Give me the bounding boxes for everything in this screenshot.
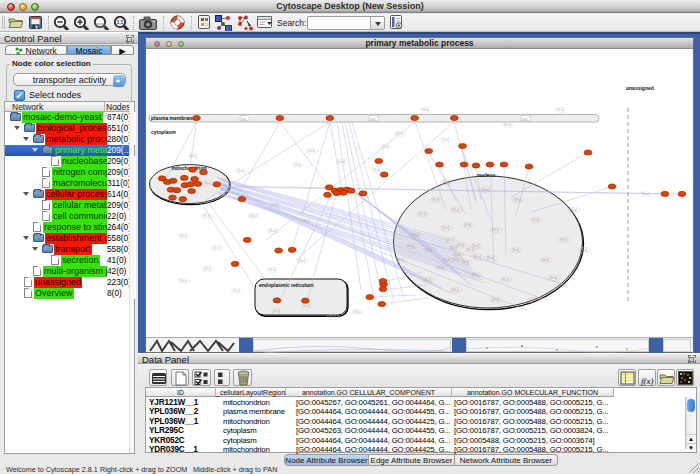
svg-text:[G-x]: [G-x] (542, 258, 549, 262)
svg-text:[G-x]: [G-x] (462, 260, 469, 264)
svg-text:[G-x]: [G-x] (203, 214, 210, 218)
svg-text:[G-x]: [G-x] (550, 276, 557, 280)
svg-text:[G-x]: [G-x] (250, 214, 257, 218)
svg-text:[G-x]: [G-x] (442, 226, 449, 230)
svg-text:[G-x]: [G-x] (504, 123, 511, 127)
svg-text:[G-x]: [G-x] (204, 267, 211, 271)
svg-text:[G-x]: [G-x] (303, 304, 310, 308)
svg-text:[G-x]: [G-x] (407, 244, 414, 248)
svg-text:[G-x]: [G-x] (482, 188, 489, 192)
svg-text:[G-x]: [G-x] (512, 248, 519, 252)
svg-text:[G-x]: [G-x] (457, 243, 464, 247)
svg-text:1:1: 1:1 (117, 20, 124, 25)
svg-text:[G-x]: [G-x] (397, 258, 404, 262)
svg-text:[G-x]: [G-x] (329, 315, 336, 319)
svg-text:[G-x]: [G-x] (580, 248, 587, 252)
svg-text:[G-x]: [G-x] (213, 246, 220, 250)
svg-text:[G-x]: [G-x] (570, 208, 577, 212)
svg-text:[G-x]: [G-x] (424, 278, 431, 282)
svg-text:cytoplasm: cytoplasm (151, 129, 176, 135)
svg-text:[G-x]: [G-x] (530, 298, 537, 302)
svg-text:[G-x]: [G-x] (452, 288, 459, 292)
svg-text:[G-x]: [G-x] (502, 278, 509, 282)
svg-text:[G-x]: [G-x] (190, 154, 197, 158)
svg-text:[G-x]: [G-x] (474, 255, 481, 259)
svg-text:[G-x]: [G-x] (492, 298, 499, 302)
svg-text:[G-x]: [G-x] (204, 181, 211, 185)
svg-text:[G-x]: [G-x] (180, 279, 187, 283)
svg-text:[G-x]: [G-x] (442, 180, 449, 184)
svg-text:[G-x]: [G-x] (396, 132, 403, 136)
svg-text:[G-x]: [G-x] (454, 253, 461, 257)
svg-text:[G-x]: [G-x] (237, 169, 244, 173)
svg-text:[G-x]: [G-x] (450, 246, 457, 250)
svg-text:plasma membrane: plasma membrane (151, 115, 195, 121)
svg-text:[G-x]: [G-x] (425, 248, 432, 252)
svg-text:[G-x]: [G-x] (442, 138, 449, 142)
svg-text:[G-x]: [G-x] (298, 259, 305, 263)
svg-text:[G-x]: [G-x] (437, 266, 444, 270)
svg-text:[G-x]: [G-x] (464, 223, 471, 227)
svg-text:[G-x]: [G-x] (273, 309, 280, 313)
svg-text:[G-x]: [G-x] (452, 208, 459, 212)
svg-text:[G-x]: [G-x] (180, 234, 187, 238)
svg-text:[G-x]: [G-x] (492, 228, 499, 232)
svg-text:[G-x]: [G-x] (269, 229, 276, 233)
svg-text:[G-x]: [G-x] (412, 233, 419, 237)
svg-text:[G-x]: [G-x] (382, 145, 389, 149)
svg-text:[G-x]: [G-x] (294, 163, 301, 167)
svg-text:[G-x]: [G-x] (422, 108, 429, 112)
svg-text:[G-x]: [G-x] (447, 238, 454, 242)
svg-text:[G-x]: [G-x] (557, 108, 564, 112)
svg-text:[G-x]: [G-x] (472, 244, 479, 248)
svg-text:[c=]: [c=] (370, 117, 375, 121)
svg-text:[G-x]: [G-x] (532, 218, 539, 222)
svg-text:[c=]: [c=] (241, 117, 246, 121)
svg-text:[G-x]: [G-x] (419, 212, 426, 216)
svg-text:[G-x]: [G-x] (271, 203, 278, 207)
svg-text:[G-x]: [G-x] (308, 149, 315, 153)
svg-text:[G-x]: [G-x] (269, 268, 276, 272)
svg-text:[G-x]: [G-x] (514, 198, 521, 202)
svg-text:nucleus: nucleus (477, 172, 496, 178)
svg-text:[G-x]: [G-x] (303, 219, 310, 223)
svg-text:[G-x]: [G-x] (373, 168, 380, 172)
svg-text:[G-x]: [G-x] (452, 258, 459, 262)
svg-text:[G-x]: [G-x] (642, 192, 649, 196)
svg-text:[G-x]: [G-x] (338, 160, 345, 164)
svg-text:[G-x]: [G-x] (443, 258, 450, 262)
svg-text:[G-x]: [G-x] (432, 198, 439, 202)
svg-text:unassigned: unassigned (626, 85, 654, 91)
svg-text:[G-x]: [G-x] (233, 289, 240, 293)
svg-text:[G-x]: [G-x] (354, 310, 361, 314)
svg-text:[G-x]: [G-x] (560, 238, 567, 242)
svg-text:[G-x]: [G-x] (472, 273, 479, 277)
svg-text:[G-x]: [G-x] (487, 256, 494, 260)
svg-text:[c=]: [c=] (522, 117, 527, 121)
